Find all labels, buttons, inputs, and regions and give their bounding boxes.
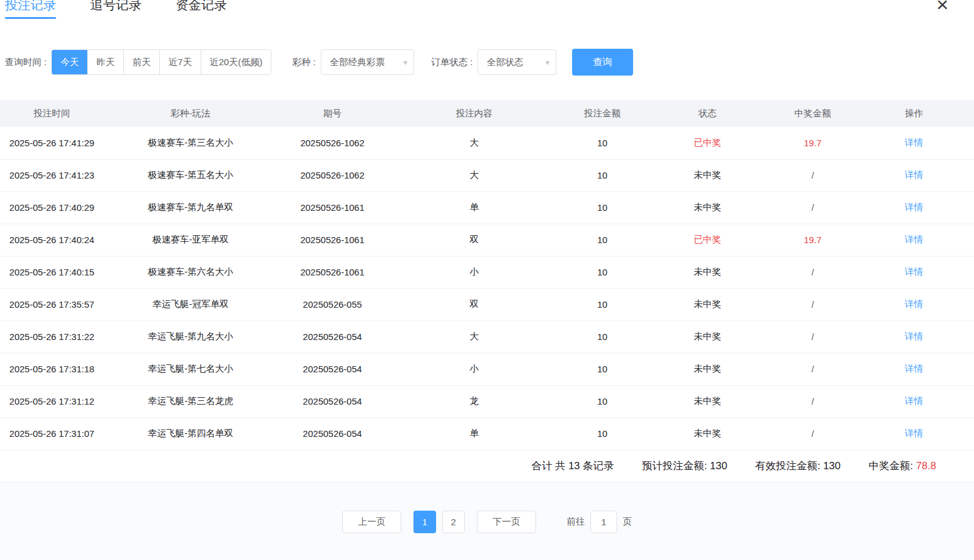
header-issue: 期号: [278, 100, 387, 127]
order-status-label: 订单状态 :: [431, 57, 473, 68]
cell-actions: 详情: [854, 288, 974, 321]
cell-actions: 详情: [854, 353, 974, 385]
detail-link[interactable]: 详情: [905, 266, 923, 277]
cell-issue: 20250526-1062: [278, 127, 387, 159]
cell-bet-amount: 10: [561, 224, 643, 256]
next-page-button[interactable]: 下一页: [477, 511, 536, 533]
cell-issue: 20250526-1061: [278, 191, 387, 224]
page-button-2[interactable]: 2: [442, 511, 465, 533]
cell-status: 未中奖: [643, 288, 772, 321]
detail-link[interactable]: 详情: [905, 331, 923, 341]
search-button[interactable]: 查询: [572, 49, 633, 76]
detail-link[interactable]: 详情: [905, 234, 923, 244]
cell-prize: 19.7: [772, 224, 854, 256]
cell-bet-amount: 10: [561, 385, 643, 417]
cell-bet-time: 2025-05-26 17:41:29: [0, 127, 104, 159]
cell-prize: /: [772, 256, 854, 288]
cell-bet-time: 2025-05-26 17:31:12: [0, 385, 104, 417]
detail-link[interactable]: 详情: [905, 395, 923, 406]
time-filter-20days[interactable]: 近20天(低频): [201, 50, 271, 74]
cell-bet-amount: 10: [561, 191, 643, 224]
detail-link[interactable]: 详情: [905, 202, 923, 212]
cell-bet-amount: 10: [561, 417, 643, 450]
table-header-row: 投注时间 彩种-玩法 期号 投注内容 投注金额 状态 中奖金额 操作: [0, 100, 974, 127]
cell-actions: 详情: [854, 191, 974, 224]
header-actions: 操作: [854, 100, 974, 127]
detail-link[interactable]: 详情: [905, 169, 923, 180]
betting-records-table: 投注时间 彩种-玩法 期号 投注内容 投注金额 状态 中奖金额 操作 2025-…: [0, 100, 974, 450]
cell-bet-content: 小: [387, 256, 561, 288]
time-filter-yesterday[interactable]: 昨天: [87, 50, 123, 74]
time-filter-7days[interactable]: 近7天: [159, 50, 200, 74]
cell-issue: 20250526-054: [278, 321, 387, 353]
chevron-down-icon: ▾: [403, 58, 407, 67]
cell-issue: 20250526-054: [278, 353, 387, 385]
time-filter-day-before[interactable]: 前天: [123, 50, 159, 74]
lottery-type-select[interactable]: 全部经典彩票 ▾: [321, 49, 414, 75]
page-button-1[interactable]: 1: [414, 511, 436, 533]
cell-bet-content: 单: [387, 191, 561, 224]
cell-issue: 20250526-1061: [278, 224, 387, 256]
goto-page-input[interactable]: [590, 511, 617, 533]
cell-status: 未中奖: [643, 159, 772, 191]
header-prize: 中奖金额: [772, 100, 854, 127]
cell-prize: /: [772, 191, 854, 224]
cell-game-play: 极速赛车-第六名大小: [104, 256, 278, 288]
tab-fund-records[interactable]: 资金记录: [176, 0, 227, 19]
order-status-select[interactable]: 全部状态 ▾: [478, 49, 556, 75]
cell-actions: 详情: [854, 127, 974, 159]
header-bet-content: 投注内容: [387, 100, 561, 127]
table-row: 2025-05-26 17:31:12 幸运飞艇-第三名龙虎 20250526-…: [0, 385, 974, 417]
cell-issue: 20250526-054: [278, 417, 387, 450]
cell-prize: /: [772, 385, 854, 417]
table-row: 2025-05-26 17:40:15 极速赛车-第六名大小 20250526-…: [0, 256, 974, 288]
time-filter-today[interactable]: 今天: [52, 50, 87, 74]
cell-bet-amount: 10: [561, 159, 643, 191]
cell-bet-content: 单: [387, 417, 561, 450]
cell-actions: 详情: [854, 417, 974, 450]
cell-issue: 20250526-1062: [278, 159, 387, 191]
cell-bet-time: 2025-05-26 17:41:23: [0, 159, 104, 191]
cell-actions: 详情: [854, 224, 974, 256]
cell-status: 未中奖: [643, 385, 772, 417]
cell-game-play: 幸运飞艇-第四名单双: [104, 417, 278, 450]
detail-link[interactable]: 详情: [905, 428, 923, 438]
filter-bar: 查询时间 : 今天 昨天 前天 近7天 近20天(低频) 彩种 : 全部经典彩票…: [0, 49, 974, 76]
table-row: 2025-05-26 17:35:57 幸运飞艇-冠军单双 20250526-0…: [0, 288, 974, 321]
close-icon[interactable]: ×: [936, 0, 948, 15]
cell-prize: /: [772, 417, 854, 450]
cell-bet-amount: 10: [561, 353, 643, 385]
cell-status: 未中奖: [643, 256, 772, 288]
table-row: 2025-05-26 17:31:22 幸运飞艇-第九名大小 20250526-…: [0, 321, 974, 353]
cell-prize: 19.7: [772, 127, 854, 159]
cell-issue: 20250526-054: [278, 385, 387, 417]
tab-betting-records[interactable]: 投注记录: [5, 0, 56, 19]
tab-chase-records[interactable]: 追号记录: [90, 0, 141, 19]
detail-link[interactable]: 详情: [905, 299, 923, 309]
cell-bet-amount: 10: [561, 321, 643, 353]
cell-status: 已中奖: [643, 127, 772, 159]
cell-prize: /: [772, 288, 854, 321]
cell-issue: 20250526-055: [278, 288, 387, 321]
header-bet-amount: 投注金额: [561, 100, 643, 127]
goto-page: 前往 页: [567, 511, 632, 533]
cell-status: 未中奖: [643, 353, 772, 385]
lottery-type-value: 全部经典彩票: [330, 57, 385, 68]
summary-prize-value: 78.8: [916, 460, 936, 472]
cell-bet-time: 2025-05-26 17:40:24: [0, 224, 104, 256]
detail-link[interactable]: 详情: [905, 363, 923, 374]
detail-link[interactable]: 详情: [905, 137, 923, 147]
summary-prize-label: 中奖金额:: [868, 460, 913, 472]
cell-bet-content: 双: [387, 224, 561, 256]
summary-bar: 合计 共 13 条记录 预计投注金额: 130 有效投注金额: 130 中奖金额…: [0, 450, 974, 483]
cell-bet-time: 2025-05-26 17:40:29: [0, 191, 104, 224]
summary-expected-amount: 预计投注金额: 130: [642, 459, 728, 473]
cell-bet-content: 大: [387, 127, 561, 159]
lottery-type-label: 彩种 :: [292, 57, 315, 68]
prev-page-button[interactable]: 上一页: [342, 511, 401, 533]
cell-issue: 20250526-1061: [278, 256, 387, 288]
header-status: 状态: [643, 100, 772, 127]
header-game-play: 彩种-玩法: [104, 100, 278, 127]
table-row: 2025-05-26 17:40:29 极速赛车-第九名单双 20250526-…: [0, 191, 974, 224]
chevron-down-icon: ▾: [546, 58, 550, 67]
